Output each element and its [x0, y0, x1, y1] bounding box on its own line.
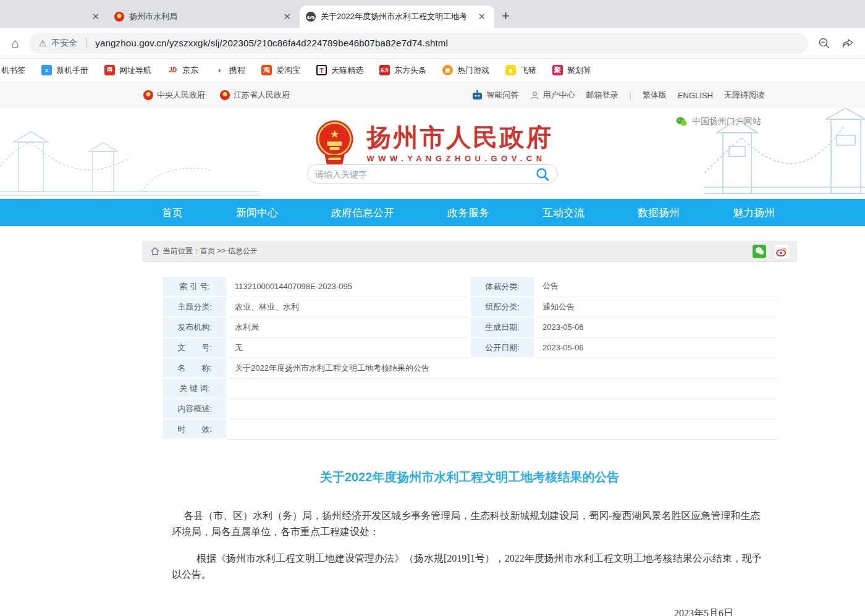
- tmall-icon: T: [316, 65, 327, 75]
- browser-address-bar: ⌂ ⚠ 不安全 yangzhou.gov.cn/yzszxxgk/slj/202…: [0, 28, 865, 59]
- bookmark-label: 飞猪: [520, 65, 536, 76]
- bookmark-xinji-manual[interactable]: ≡ 新机手册: [41, 65, 88, 76]
- breadcrumb-home-icon[interactable]: [151, 247, 159, 255]
- bookmark-jd[interactable]: JD 京东: [167, 65, 198, 76]
- nav-site-icon: 网: [104, 65, 115, 75]
- user-icon: [530, 91, 539, 100]
- gov-utility-bar: 中央人民政府 江苏省人民政府 智能问答 用户中心 邮箱登录 | 繁体版 ENGL…: [0, 82, 865, 108]
- site-logo-favicon: ᔕ: [306, 12, 316, 22]
- link-smart-qa[interactable]: 智能问答: [471, 90, 519, 101]
- manual-icon: ≡: [41, 65, 52, 75]
- security-label: 不安全: [51, 38, 77, 49]
- meta-label: 公开日期:: [470, 337, 534, 358]
- svg-text:★: ★: [329, 128, 339, 140]
- gov-emblem-icon: [220, 90, 230, 100]
- bookmark-phone-bookmarks[interactable]: 机书签: [1, 65, 25, 76]
- table-row: 文 号: 无 公开日期: 2023-05-06: [162, 337, 777, 358]
- bookmark-label: 京东: [182, 65, 198, 76]
- bookmark-hot-games[interactable]: ▣ 热门游戏: [442, 65, 489, 76]
- bookmark-url-nav[interactable]: 网 网址导航: [104, 65, 151, 76]
- portal-link[interactable]: 中国扬州门户网站: [676, 116, 761, 127]
- fliggy-pig-icon: ᴥ: [505, 65, 516, 75]
- new-tab-button[interactable]: +: [502, 8, 510, 24]
- not-secure-warning-icon: ⚠: [39, 38, 47, 48]
- page-url[interactable]: yangzhou.gov.cn/yzszxxgk/slj/202305/210c…: [95, 38, 448, 48]
- gov-emblem-favicon: ★: [114, 12, 124, 22]
- link-traditional-chinese[interactable]: 繁体版: [643, 90, 667, 101]
- omnibox-divider: [86, 38, 86, 49]
- url-omnibox[interactable]: ⚠ 不安全 yangzhou.gov.cn/yzszxxgk/slj/20230…: [29, 33, 808, 54]
- jd-icon: JD: [167, 65, 178, 75]
- bookmark-label: 网址导航: [119, 65, 151, 76]
- nav-news[interactable]: 新闻中心: [236, 206, 278, 220]
- tab-title: 关于2022年度扬州市水利工程文明工地考: [321, 11, 470, 22]
- meta-value-keywords: [227, 378, 777, 399]
- nav-data-yangzhou[interactable]: 数据扬州: [638, 206, 680, 220]
- bookmark-tmall[interactable]: T 天猫精选: [316, 65, 363, 76]
- link-user-center[interactable]: 用户中心: [530, 90, 575, 101]
- bookmark-fliggy[interactable]: ᴥ 飞猪: [505, 65, 536, 76]
- search-input[interactable]: [315, 169, 535, 179]
- bookmarks-bar: 机书签 ≡ 新机手册 网 网址导航 JD 京东 ◗ 携程 淘 爱淘宝 T 天猫精…: [0, 59, 865, 82]
- tab-partial[interactable]: ✕: [0, 6, 108, 28]
- meta-label: 关 键 词:: [162, 378, 227, 399]
- share-icon[interactable]: [842, 37, 854, 49]
- table-row: 名 称: 关于2022年度扬州市水利工程文明工地考核结果的公告: [162, 358, 777, 378]
- close-icon[interactable]: ✕: [475, 11, 488, 22]
- table-row: 发布机构: 水利局 生成日期: 2023-05-06: [162, 317, 777, 337]
- search-icon[interactable]: [535, 167, 550, 182]
- main-nav: 首页 新闻中心 政府信息公开 政务服务 互动交流 数据扬州 魅力扬州: [0, 199, 865, 226]
- nav-charming-yangzhou[interactable]: 魅力扬州: [733, 206, 775, 220]
- national-emblem: ★: [313, 119, 357, 167]
- bookmark-ctrip[interactable]: ◗ 携程: [214, 65, 245, 76]
- gov-user-links: 智能问答 用户中心 邮箱登录 | 繁体版 ENGLISH 无障碍阅读: [471, 90, 764, 101]
- weibo-share-icon[interactable]: [775, 245, 788, 258]
- meta-label: 体裁分类:: [470, 276, 534, 297]
- nav-info-disclosure[interactable]: 政府信息公开: [331, 206, 394, 220]
- site-brand[interactable]: ★ 扬州市人民政府 WWW.YANGZHOU.GOV.CN: [313, 119, 553, 167]
- site-name: 扬州市人民政府: [367, 124, 553, 151]
- meta-label: 时 效:: [162, 419, 227, 439]
- bookmark-label: 聚划算: [567, 65, 591, 76]
- robot-icon: [471, 90, 483, 100]
- bookmark-juhuasuan[interactable]: 聚 聚划算: [552, 65, 591, 76]
- address-bar-actions: [818, 37, 854, 49]
- link-jiangsu-gov[interactable]: 江苏省人民政府: [220, 90, 290, 101]
- meta-label: 文 号:: [162, 337, 227, 358]
- article-paragraph: 根据《扬州市水利工程文明工地建设管理办法》（扬水规[2019]1号），2022年…: [172, 551, 767, 583]
- breadcrumb-label: 当前位置：: [163, 246, 200, 256]
- wechat-share-icon[interactable]: [753, 245, 766, 258]
- meta-label: 名 称:: [162, 358, 227, 378]
- nav-services[interactable]: 政务服务: [447, 206, 489, 220]
- bookmark-label: 携程: [229, 65, 245, 76]
- bookmark-dongfang-toutiao[interactable]: 东方 东方头条: [379, 65, 426, 76]
- meta-label: 索 引 号:: [162, 276, 227, 297]
- breadcrumb-path[interactable]: 首页 >> 信息公开: [200, 246, 258, 256]
- bookmark-aitaobao[interactable]: 淘 爱淘宝: [261, 65, 300, 76]
- table-row: 关 键 词:: [162, 378, 777, 399]
- link-accessibility[interactable]: 无障碍阅读: [724, 90, 764, 101]
- bookmark-label: 爱淘宝: [276, 65, 300, 76]
- meta-value-validity: [227, 419, 777, 439]
- close-icon[interactable]: ✕: [281, 11, 293, 22]
- tab-shuiliju[interactable]: ★ 扬州市水利局 ✕: [108, 6, 300, 28]
- meta-value-publish-date: 2023-05-06: [534, 337, 777, 358]
- link-central-gov[interactable]: 中央人民政府: [143, 90, 205, 101]
- meta-label: 内容概述:: [162, 399, 227, 419]
- meta-value-created-date: 2023-05-06: [534, 317, 777, 337]
- meta-value-summary: [227, 399, 777, 419]
- bookmark-label: 热门游戏: [457, 65, 489, 76]
- close-icon[interactable]: ✕: [89, 11, 102, 22]
- nav-interaction[interactable]: 互动交流: [542, 206, 584, 220]
- link-label: 用户中心: [543, 90, 575, 101]
- zoom-out-icon[interactable]: [818, 37, 830, 49]
- meta-value-index-number: 11321000014407098E-2023-095: [227, 276, 470, 297]
- article-body: 各县（市、区）水利（务）局，扬州经济开发区城乡事务管理局，生态科技新城规划建设局…: [142, 508, 797, 616]
- home-icon[interactable]: ⌂: [11, 36, 19, 51]
- tab-active-notice[interactable]: ᔕ 关于2022年度扬州市水利工程文明工地考 ✕: [300, 6, 494, 28]
- link-label: 江苏省人民政府: [234, 90, 290, 101]
- link-mail-login[interactable]: 邮箱登录: [586, 90, 618, 101]
- bookmark-label: 新机手册: [56, 65, 88, 76]
- link-english[interactable]: ENGLISH: [678, 91, 713, 100]
- nav-home[interactable]: 首页: [162, 206, 183, 220]
